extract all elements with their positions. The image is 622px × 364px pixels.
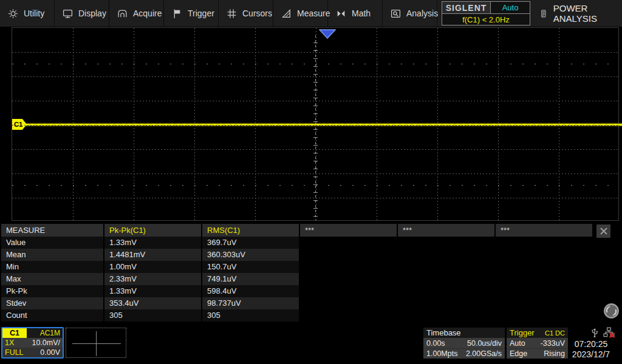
menu-display[interactable]: Display bbox=[55, 0, 109, 27]
measure-close-button[interactable] bbox=[596, 224, 610, 238]
grid-vline bbox=[194, 28, 195, 220]
channel1-offset: 0.00V bbox=[40, 348, 60, 357]
menu-measure-label: Measure bbox=[297, 8, 330, 18]
channel1-attenuation: 1X bbox=[5, 339, 14, 347]
trigger-source: C1 DC bbox=[545, 329, 565, 337]
measure-row-stdev: Stdev 353.4uV 98.737uV bbox=[1, 297, 612, 309]
menu-cursors[interactable]: Cursors bbox=[219, 0, 273, 27]
menu-math-label: Math bbox=[352, 8, 371, 18]
grid-hline bbox=[12, 149, 618, 150]
grid-vline bbox=[316, 28, 316, 220]
measure-title: MEASURE bbox=[1, 224, 103, 237]
clipboard-icon bbox=[539, 8, 548, 19]
measure-row-max: Max 2.33mV 749.1uV bbox=[1, 273, 612, 285]
trigger-box[interactable]: Trigger C1 DC Auto -333uV Edge Rising bbox=[507, 328, 568, 359]
gesture-knob[interactable] bbox=[603, 303, 620, 319]
menu-analysis-label: Analysis bbox=[406, 8, 438, 18]
grid-vline bbox=[255, 28, 256, 220]
grid-hline bbox=[12, 198, 618, 198]
channel1-offset-marker[interactable]: C1 bbox=[12, 119, 27, 130]
menu-trigger[interactable]: Trigger bbox=[164, 0, 219, 27]
power-analysis-button[interactable]: POWER ANALYSIS bbox=[539, 0, 622, 27]
frequency-counter: f(C1) < 2.0Hz bbox=[442, 14, 530, 25]
measure-header-row: MEASURE Pk-Pk(C1) RMS(C1) *** *** *** bbox=[1, 224, 612, 237]
menu-utility-label: Utility bbox=[24, 8, 44, 18]
measure-panel: MEASURE Pk-Pk(C1) RMS(C1) *** *** *** Va… bbox=[1, 224, 612, 322]
trigger-level: -333uV bbox=[541, 339, 565, 348]
menu-math[interactable]: Math bbox=[328, 0, 383, 27]
usb-icon bbox=[589, 327, 600, 340]
menu-acquire[interactable]: Acquire bbox=[109, 0, 164, 27]
channel1-badge: C1 bbox=[2, 328, 27, 338]
channel1-scale: 10.0mV/ bbox=[32, 339, 60, 347]
measure-col-empty-1[interactable]: *** bbox=[300, 224, 397, 237]
timebase-memory: 1.00Mpts bbox=[426, 349, 457, 358]
lan-disconnected-icon bbox=[603, 327, 615, 340]
clock-time: 07:20:25 bbox=[564, 339, 618, 349]
rotate-arrows-icon bbox=[603, 303, 620, 319]
grid-vline bbox=[498, 28, 499, 220]
timebase-sample-rate: 2.00GSa/s bbox=[466, 349, 502, 358]
channel1-info-box[interactable]: C1 AC1M 1X 10.0mV/ FULL 0.00V bbox=[1, 327, 64, 359]
measure-row-mean: Mean 1.4481mV 360.303uV bbox=[1, 249, 612, 261]
menu-display-label: Display bbox=[78, 8, 106, 18]
grid-icon bbox=[227, 8, 237, 19]
measure-col-pkpk[interactable]: Pk-Pk(C1) bbox=[104, 224, 201, 237]
bowtie-icon bbox=[336, 8, 346, 19]
timebase-delay: 0.00s bbox=[426, 339, 445, 348]
magnifier-icon bbox=[391, 8, 401, 19]
trigger-type: Edge bbox=[510, 349, 527, 358]
measure-row-pkpk: Pk-Pk 1.33mV 598.4uV bbox=[1, 285, 612, 297]
menu-trigger-label: Trigger bbox=[188, 8, 214, 18]
acquisition-mode-badge: Auto bbox=[491, 2, 530, 13]
menu-acquire-label: Acquire bbox=[133, 8, 162, 18]
grid-vline bbox=[437, 28, 438, 220]
measure-row-count: Count 305 305 bbox=[1, 309, 612, 322]
measure-col-empty-3[interactable]: *** bbox=[496, 224, 592, 237]
trigger-slope: Rising bbox=[544, 349, 565, 358]
grid-vline bbox=[73, 28, 73, 220]
monitor-icon bbox=[63, 8, 73, 19]
menu-cursors-label: Cursors bbox=[242, 8, 272, 18]
channel1-bandwidth: FULL bbox=[5, 348, 24, 357]
waveform-area[interactable]: C1 bbox=[0, 27, 622, 223]
arch-icon bbox=[117, 8, 128, 19]
measure-row-value: Value 1.33mV 369.7uV bbox=[1, 237, 612, 249]
crosshair-icon bbox=[96, 331, 97, 356]
timebase-box[interactable]: Timebase 0.00s 50.0us/div 1.00Mpts 2.00G… bbox=[423, 328, 505, 359]
flag-icon bbox=[172, 8, 182, 19]
trigger-title: Trigger bbox=[510, 328, 535, 337]
brand-status-box: SIGLENT Auto f(C1) < 2.0Hz bbox=[442, 1, 530, 25]
timebase-title: Timebase bbox=[426, 328, 461, 337]
grid-vline bbox=[134, 28, 134, 220]
clock: 07:20:25 2023/12/7 bbox=[564, 339, 618, 360]
grid-hline bbox=[12, 125, 618, 126]
timebase-scale: 50.0us/div bbox=[467, 339, 502, 348]
ruler-icon bbox=[281, 8, 292, 19]
grid-hline bbox=[12, 76, 618, 77]
grid-hline bbox=[12, 52, 618, 53]
trigger-position-marker[interactable] bbox=[319, 29, 336, 41]
grid-vline bbox=[559, 28, 559, 220]
measure-row-min: Min 1.00mV 150.7uV bbox=[1, 261, 612, 273]
measure-col-rms[interactable]: RMS(C1) bbox=[202, 224, 299, 237]
grid-hline bbox=[12, 101, 618, 101]
oscilloscope-screen: Utility Display Acquire Trigger Cursors … bbox=[0, 0, 622, 364]
channel1-coupling: AC1M bbox=[40, 329, 63, 337]
inactive-channel-slot[interactable] bbox=[66, 328, 126, 358]
close-icon bbox=[600, 227, 608, 235]
grid-vline bbox=[377, 28, 377, 220]
siglent-logo: SIGLENT bbox=[442, 2, 491, 13]
crosshair-icon bbox=[72, 343, 121, 344]
measure-col-empty-2[interactable]: *** bbox=[398, 224, 494, 237]
trigger-mode: Auto bbox=[510, 339, 525, 348]
power-analysis-label: POWER ANALYSIS bbox=[553, 3, 622, 24]
clock-date: 2023/12/7 bbox=[564, 349, 618, 360]
grid-hline bbox=[12, 174, 618, 174]
menu-measure[interactable]: Measure bbox=[273, 0, 328, 27]
gear-icon bbox=[8, 8, 18, 19]
menu-utility[interactable]: Utility bbox=[0, 0, 55, 27]
menu-analysis[interactable]: Analysis bbox=[383, 0, 437, 27]
grid-box: C1 bbox=[12, 27, 619, 221]
